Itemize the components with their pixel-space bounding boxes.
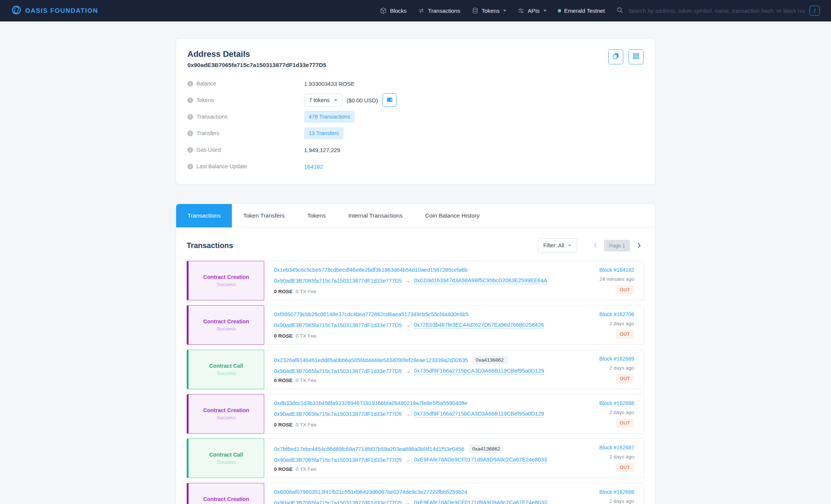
transaction-fee: 0 TX Fee: [296, 422, 317, 428]
transaction-hash-link[interactable]: 0x2326af8146461edd85a0bb6a505f4d4448e543…: [274, 357, 468, 363]
transaction-row: Contract Creation Success 0x1eb349c6c5cb…: [187, 261, 644, 300]
transaction-fee: 0 TX Fee: [296, 333, 317, 339]
copy-address-button[interactable]: [608, 49, 623, 64]
from-address-link[interactable]: 0x90adE3B7065fa715c7a150313877dF1d33e777…: [274, 368, 402, 374]
chevron-down-icon: [543, 10, 546, 12]
search-bar: /: [616, 6, 820, 16]
info-icon: [187, 164, 193, 169]
filter-label: Filter: All: [543, 242, 565, 248]
to-address-link[interactable]: 0xE9FAfe7dADe9CF0171d9A9D9A8c2Ca67E24e80…: [414, 499, 547, 504]
transaction-type-badge: Contract Creation Success: [187, 483, 264, 504]
tab-coin-balance-history[interactable]: Coin Balance History: [414, 204, 491, 227]
search-input[interactable]: [628, 8, 805, 14]
qr-code-button[interactable]: [629, 49, 644, 64]
transaction-type-label: Contract Creation: [203, 318, 249, 324]
from-address-link[interactable]: 0x90adE3B7065fa715c7a150313877dF1d33e777…: [274, 500, 402, 504]
network-selector[interactable]: Emerald Testnet: [558, 8, 605, 14]
search-icon: [616, 6, 624, 15]
transaction-fee: 0 TX Fee: [296, 378, 317, 383]
chevron-down-icon: [334, 99, 337, 101]
tab-internal-transactions[interactable]: Internal Transactions: [337, 204, 414, 227]
method-id-badge: 0xa4136862: [469, 445, 504, 453]
to-address-link[interactable]: 0x72E03b487fe3EC44d2627D67Ea96d766B02584…: [414, 322, 544, 329]
nav-label-tokens: Tokens: [482, 8, 500, 14]
from-address-link[interactable]: 0x90adE3B7065fa715c7a150313877dF1d33e777…: [274, 411, 402, 417]
transactions-row: Transactions 478 Transactions: [187, 108, 644, 125]
brand-logo[interactable]: OASIS FOUNDATION: [11, 5, 98, 17]
last-balance-update-link[interactable]: 164182: [304, 163, 323, 170]
balance-value: 1.933003433 ROSE: [304, 81, 355, 87]
to-address-link[interactable]: 0x735df9F166a2715bCA3D3A66B119CBef95a0D1…: [414, 411, 544, 417]
to-address-link[interactable]: 0xE9FAfe7dADe9CF0171d9A9D9A8c2Ca67E24e80…: [414, 457, 547, 463]
transaction-hash-link[interactable]: 0xf9950779cbb26c06148e37cdc4bea772862cd6…: [274, 311, 469, 317]
transaction-hash-link[interactable]: 0x1eb349c6c5cbe5778cdbecdf46e8e2bdf3b186…: [274, 267, 467, 273]
nav-label-blocks: Blocks: [390, 8, 406, 14]
transfers-count-link[interactable]: 13 Transfers: [304, 127, 344, 139]
nav-item-apis[interactable]: APIs: [517, 7, 546, 14]
transactions-section-title: Transactions: [187, 241, 233, 250]
transaction-status: Success: [216, 415, 236, 420]
transaction-status: Success: [216, 326, 236, 332]
transactions-count-link[interactable]: 478 Transactions: [304, 111, 355, 123]
transaction-type-badge: Contract Call Success: [187, 439, 264, 478]
block-link[interactable]: Block #162687: [599, 445, 634, 451]
direction-badge: OUT: [616, 419, 634, 428]
network-status-dot-icon: [558, 9, 561, 12]
last-balance-update-row: Last Balance Update 164182: [187, 158, 644, 175]
chevron-down-icon: [503, 10, 506, 12]
nav-item-tokens[interactable]: Tokens: [472, 7, 507, 14]
prev-page-button[interactable]: [590, 240, 600, 251]
block-link[interactable]: Block #164182: [599, 267, 634, 273]
transactions-card: Transactions Token Transfers Tokens Inte…: [176, 204, 655, 504]
transaction-row: Contract Creation Success 0xdb33dcc1d3b3…: [187, 394, 644, 434]
transaction-value: 0 ROSE: [274, 422, 293, 428]
brand-name: OASIS FOUNDATION: [25, 7, 98, 15]
balance-row: Balance 1.933003433 ROSE: [187, 75, 644, 92]
arrow-right-icon: [405, 457, 411, 463]
transaction-type-label: Contract Creation: [203, 407, 249, 413]
transaction-value: 0 ROSE: [274, 466, 293, 472]
transaction-timestamp: 2 days ago: [609, 498, 634, 504]
transaction-hash-link[interactable]: 0x7bf6ed17ebe4454c86d89fc68a7714fd07b59a…: [274, 446, 464, 452]
to-address-link[interactable]: 0xCD9d163947d3A58A9Bf5C95bcD2063E2599EE6…: [414, 277, 547, 284]
from-address-link[interactable]: 0x90adE3B7065fa715c7a150313877dF1d33e777…: [274, 457, 402, 463]
transaction-hash-link[interactable]: 0x6006af079803513f41fb21c551d96423d6067b…: [274, 489, 467, 495]
transaction-row: Contract Creation Success 0x6006af079803…: [187, 483, 644, 504]
tokens-label: Tokens: [196, 97, 214, 103]
transfers-label: Transfers: [196, 130, 219, 136]
chevron-down-icon: [568, 245, 571, 247]
transaction-timestamp: 2 days ago: [609, 365, 634, 371]
wallet-icon: [386, 96, 393, 104]
transactions-label: Transactions: [196, 114, 227, 120]
from-address-link[interactable]: 0x90adE3B7065fa715c7a150313877dF1d33e777…: [274, 322, 402, 328]
tokens-dropdown[interactable]: 7 tokens: [304, 94, 342, 107]
filter-dropdown[interactable]: Filter: All: [538, 238, 577, 253]
block-link[interactable]: Block #162706: [599, 311, 634, 317]
tab-bar: Transactions Token Transfers Tokens Inte…: [176, 204, 655, 228]
next-page-button[interactable]: [634, 240, 644, 251]
transaction-status: Success: [216, 459, 236, 465]
wallet-button[interactable]: [382, 93, 397, 107]
nav-item-transactions[interactable]: Transactions: [418, 7, 460, 14]
block-link[interactable]: Block #162686: [599, 489, 634, 495]
to-address-link[interactable]: 0x735df9F166a2715bCA3D3A66B119CBef95a0D1…: [414, 368, 544, 375]
transaction-type-badge: Contract Creation Success: [187, 261, 264, 300]
arrow-right-icon: [405, 500, 411, 504]
transaction-type-badge: Contract Call Success: [187, 350, 264, 389]
pagination: Page 1: [590, 240, 644, 251]
block-link[interactable]: Block #162689: [599, 356, 634, 362]
arrow-right-icon: [405, 322, 411, 328]
nav-item-blocks[interactable]: Blocks: [380, 7, 406, 14]
top-navbar: OASIS FOUNDATION Blocks Transactions Tok…: [0, 0, 831, 21]
transaction-timestamp: 2 days ago: [609, 321, 634, 326]
page-indicator: Page 1: [604, 240, 630, 251]
tab-token-transfers[interactable]: Token Transfers: [232, 204, 296, 227]
info-icon: [187, 131, 193, 136]
transaction-value: 0 ROSE: [274, 333, 293, 339]
slash-shortcut-key: /: [810, 6, 820, 16]
tab-tokens[interactable]: Tokens: [296, 204, 337, 227]
block-link[interactable]: Block #162688: [599, 400, 634, 406]
transaction-hash-link[interactable]: 0xdb33dcc1d3b31b498fa9232694871919166bfa…: [274, 400, 467, 406]
from-address-link[interactable]: 0x90adE3B7065fa715c7a150313877dF1d33e777…: [274, 278, 402, 284]
tab-transactions[interactable]: Transactions: [176, 204, 232, 227]
